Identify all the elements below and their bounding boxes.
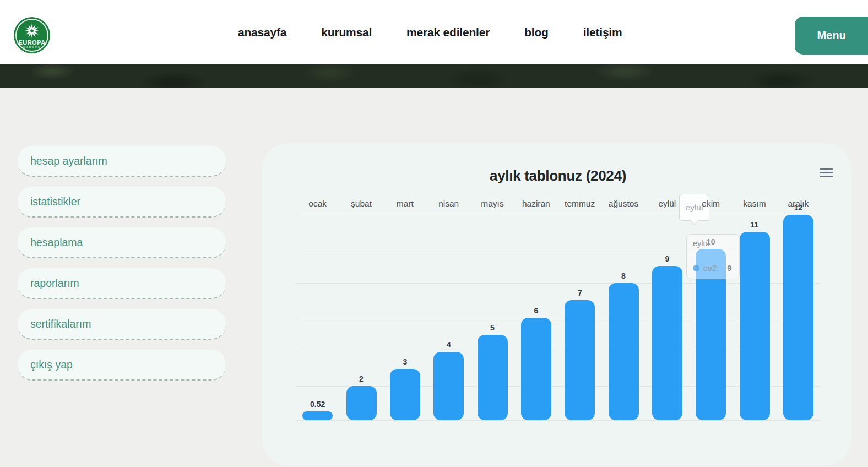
bar-mayıs[interactable]: [478, 335, 508, 420]
menu-button[interactable]: Menu: [795, 17, 868, 55]
x-axis-label-3: nisan: [438, 199, 459, 209]
top-header: EUROPA KARBON anasayfakurumsalmerak edil…: [0, 0, 868, 64]
tooltip-header: eylül: [693, 239, 709, 248]
bar-şubat[interactable]: [346, 386, 377, 420]
sidebar-item-raporlarim[interactable]: raporlarım: [18, 268, 226, 299]
bar-nisan[interactable]: [433, 352, 464, 420]
bar-aralık[interactable]: [783, 215, 813, 420]
sidebar-item-sertifikalarim[interactable]: sertifikalarım: [18, 309, 226, 340]
bar-kasım[interactable]: [740, 232, 770, 420]
x-axis-label-0: ocak: [308, 199, 327, 209]
sidebar-item-hesap-ayarlarim[interactable]: hesap ayarlarım: [18, 146, 226, 177]
bar-eylül[interactable]: [652, 266, 682, 420]
sidebar-item-label: hesaplama: [18, 227, 226, 257]
bar-ağustos[interactable]: [609, 283, 639, 420]
x-axis-label-1: şubat: [351, 199, 372, 209]
tooltip-row: co2: 9: [693, 263, 732, 273]
nav-item-kurumsal[interactable]: kurumsal: [321, 26, 372, 39]
x-axis-label-8: eylül: [658, 199, 676, 209]
sidebar-item-cikis-yap[interactable]: çıkış yap: [18, 350, 226, 381]
main-nav: anasayfakurumsalmerak edilenlerblogileti…: [238, 0, 622, 64]
series-bullet-icon: [693, 265, 699, 271]
crosshair-label-text: eylül: [686, 203, 703, 213]
hero-forest-image: [0, 64, 868, 88]
data-label-mart: 3: [403, 357, 407, 366]
chart-context-menu-icon[interactable]: [820, 168, 833, 177]
bar-mart[interactable]: [390, 369, 420, 420]
data-label-kasım: 11: [751, 220, 759, 229]
gridline-y-12: [296, 215, 820, 215]
x-axis-label-5: haziran: [522, 199, 550, 209]
plot-area: 0.5223456789101112: [296, 215, 820, 420]
data-label-eylül: 9: [665, 254, 669, 263]
x-axis-label-9: ekim: [702, 199, 720, 209]
chart-title: aylık tablonuz (2024): [490, 167, 626, 184]
x-axis-label-11: aralık: [788, 199, 809, 209]
brand-subtext: KARBON: [14, 46, 50, 49]
data-label-nisan: 4: [447, 340, 451, 349]
brand-name: EUROPA: [14, 39, 50, 46]
brand-logo[interactable]: EUROPA KARBON: [14, 17, 50, 53]
sidebar-item-label: sertifikalarım: [18, 309, 226, 339]
nav-item-iletisim[interactable]: iletişim: [583, 26, 622, 39]
sidebar-item-label: çıkış yap: [18, 350, 226, 379]
tooltip-value: 9: [727, 263, 731, 273]
chart-card: aylık tablonuz (2024) ocakşubatmartnisan…: [262, 143, 851, 465]
sidebar-item-label: raporlarım: [18, 268, 226, 298]
bar-haziran[interactable]: [521, 318, 551, 421]
tooltip-series-label: co2:: [703, 263, 719, 273]
x-axis-label-4: mayıs: [481, 199, 503, 209]
sidebar-item-istatistikler[interactable]: istatistikler: [18, 187, 226, 218]
bar-temmuz[interactable]: [565, 300, 595, 420]
x-axis-label-10: kasım: [743, 199, 766, 209]
sidebar-item-label: istatistikler: [18, 187, 226, 216]
x-axis-label-7: ağustos: [609, 199, 638, 209]
gridline-y-0: [296, 420, 820, 421]
data-label-ağustos: 8: [621, 271, 626, 280]
data-label-ocak: 0.52: [310, 400, 325, 409]
chart-tooltip: eylül co2: 9: [686, 234, 740, 279]
starburst-icon: [24, 23, 40, 39]
sidebar-item-hesaplama[interactable]: hesaplama: [18, 227, 226, 258]
nav-item-blog[interactable]: blog: [524, 26, 549, 39]
data-label-mayıs: 5: [490, 323, 495, 332]
data-label-haziran: 6: [534, 306, 538, 315]
x-axis-label-2: mart: [397, 199, 414, 209]
x-axis-label-6: temmuz: [565, 199, 595, 209]
nav-item-merak-edilenler[interactable]: merak edilenler: [406, 26, 490, 39]
sidebar-item-label: hesap ayarlarım: [18, 146, 226, 176]
content-section: hesap ayarlarımistatistiklerhesaplamarap…: [0, 88, 868, 467]
data-label-temmuz: 7: [578, 289, 582, 297]
nav-item-anasayfa[interactable]: anasayfa: [238, 26, 286, 39]
data-label-şubat: 2: [359, 374, 364, 383]
bar-ocak[interactable]: [302, 411, 333, 420]
